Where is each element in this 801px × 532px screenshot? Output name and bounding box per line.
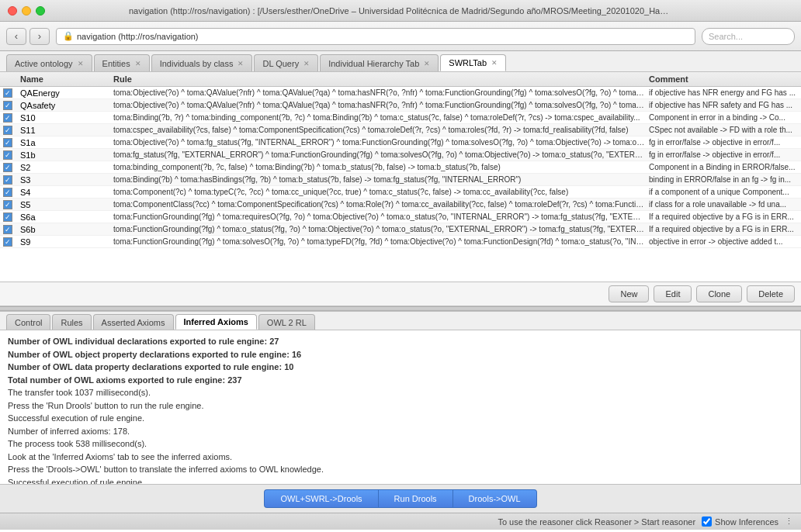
checkbox-1[interactable]: ✓ (3, 101, 12, 110)
row-checkbox-11[interactable]: ✓ (0, 224, 17, 234)
log-line: Number of OWL object property declaratio… (8, 348, 792, 361)
table-row[interactable]: ✓ S6b toma:FunctionGrounding(?fg) ^ toma… (0, 223, 801, 236)
row-name-10: S6a (17, 212, 110, 222)
tab-individual-hierarchy-close[interactable]: ✕ (424, 60, 430, 67)
tab-swrl-close[interactable]: ✕ (491, 59, 498, 67)
minimize-button[interactable] (22, 6, 31, 16)
btab-inferred[interactable]: Inferred Axioms (175, 314, 257, 330)
checkbox-6[interactable]: ✓ (3, 163, 12, 172)
settings-icon[interactable]: ⋮ (785, 516, 793, 527)
back-button[interactable]: ‹ (6, 28, 26, 45)
log-line: Number of inferred axioms: 178. (8, 425, 792, 438)
row-checkbox-6[interactable]: ✓ (0, 162, 17, 172)
row-name-4: S1a (17, 138, 110, 147)
row-comment-6: Component in a Binding in ERROR/false... (646, 163, 801, 171)
table-row[interactable]: ✓ QAEnergy toma:Objective(?o) ^ toma:QAV… (0, 87, 801, 99)
row-comment-3: CSpec not available -> FD with a role th… (646, 126, 801, 134)
checkbox-5[interactable]: ✓ (3, 150, 12, 160)
log-line: Total number of OWL axioms exported to r… (8, 374, 792, 387)
tab-individual-hierarchy[interactable]: Individual Hierarchy Tab ✕ (320, 54, 439, 71)
bottom-section: Control Rules Asserted Axioms Inferred A… (0, 311, 801, 513)
tab-individuals-label: Individuals by class (160, 59, 234, 68)
tab-individuals[interactable]: Individuals by class ✕ (151, 54, 253, 71)
table-row[interactable]: ✓ S11 toma:cspec_availability(?cs, false… (0, 124, 801, 136)
run-drools-button[interactable]: Run Drools (378, 489, 453, 508)
forward-button[interactable]: › (29, 28, 50, 45)
log-area: Number of OWL individual declarations ex… (0, 330, 801, 484)
checkbox-7[interactable]: ✓ (3, 175, 12, 185)
tab-individuals-close[interactable]: ✕ (238, 60, 244, 67)
table-row[interactable]: ✓ S1b toma:fg_status(?fg, "EXTERNAL_ERRO… (0, 149, 801, 161)
tab-dl-query-close[interactable]: ✕ (303, 60, 310, 67)
row-rule-12: toma:FunctionGrounding(?fg) ^ toma:solve… (110, 237, 646, 246)
checkbox-0[interactable]: ✓ (3, 88, 12, 98)
tab-swrl[interactable]: SWRLTab ✕ (440, 54, 506, 71)
row-checkbox-3[interactable]: ✓ (0, 125, 17, 135)
checkbox-11[interactable]: ✓ (3, 225, 12, 234)
search-box[interactable]: Search... (702, 28, 795, 45)
row-rule-0: toma:Objective(?o) ^ toma:QAValue(?nfr) … (110, 88, 646, 97)
table-header: Name Rule Comment (0, 72, 801, 87)
tab-active-ontology-close[interactable]: ✕ (78, 60, 84, 67)
row-checkbox-4[interactable]: ✓ (0, 137, 17, 147)
row-checkbox-0[interactable]: ✓ (0, 88, 17, 98)
table-row[interactable]: ✓ QAsafety toma:Objective(?o) ^ toma:QAV… (0, 99, 801, 112)
btab-asserted[interactable]: Asserted Axioms (93, 314, 174, 330)
clone-button[interactable]: Clone (696, 285, 742, 302)
row-rule-1: toma:Objective(?o) ^ toma:QAValue(?nfr) … (110, 101, 646, 109)
row-checkbox-5[interactable]: ✓ (0, 150, 17, 160)
table-row[interactable]: ✓ S5 toma:ComponentClass(?cc) ^ toma:Com… (0, 199, 801, 211)
checkbox-8[interactable]: ✓ (3, 188, 12, 197)
row-comment-5: fg in error/false -> objective in error/… (646, 150, 801, 159)
checkbox-10[interactable]: ✓ (3, 212, 12, 222)
row-checkbox-9[interactable]: ✓ (0, 199, 17, 209)
close-button[interactable] (8, 6, 17, 16)
tab-dl-query[interactable]: DL Query ✕ (254, 54, 318, 71)
btab-rules[interactable]: Rules (52, 314, 91, 330)
checkbox-2[interactable]: ✓ (3, 113, 12, 123)
checkbox-12[interactable]: ✓ (3, 237, 12, 247)
row-comment-8: if a component of a unique Component... (646, 188, 801, 196)
row-rule-11: toma:FunctionGrounding(?fg) ^ toma:o_sta… (110, 225, 646, 233)
row-name-11: S6b (17, 225, 110, 234)
table-row[interactable]: ✓ S10 toma:Binding(?b, ?r) ^ toma:bindin… (0, 112, 801, 124)
owl-swrl-drools-button[interactable]: OWL+SWRL->Drools (264, 489, 377, 508)
btab-control[interactable]: Control (6, 314, 50, 330)
tab-individual-hierarchy-label: Individual Hierarchy Tab (328, 59, 419, 68)
rules-area: Name Rule Comment ✓ QAEnergy toma:Object… (0, 72, 801, 282)
log-line: Number of OWL individual declarations ex… (8, 335, 792, 348)
row-checkbox-1[interactable]: ✓ (0, 100, 17, 110)
row-checkbox-2[interactable]: ✓ (0, 112, 17, 123)
address-bar[interactable]: 🔒 navigation (http://ros/navigation) (56, 28, 695, 45)
toolbar: ‹ › 🔒 navigation (http://ros/navigation)… (0, 22, 801, 51)
table-row[interactable]: ✓ S3 toma:Binding(?b) ^ toma:hasBindings… (0, 174, 801, 186)
checkbox-4[interactable]: ✓ (3, 138, 12, 147)
row-checkbox-7[interactable]: ✓ (0, 174, 17, 185)
log-line: Successful execution of rule engine. (8, 412, 792, 425)
row-rule-3: toma:cspec_availability(?cs, false) ^ to… (110, 126, 646, 134)
tab-active-ontology[interactable]: Active ontology ✕ (6, 54, 92, 71)
table-row[interactable]: ✓ S1a toma:Objective(?o) ^ toma:fg_statu… (0, 136, 801, 149)
table-row[interactable]: ✓ S6a toma:FunctionGrounding(?fg) ^ toma… (0, 211, 801, 223)
edit-button[interactable]: Edit (654, 285, 692, 302)
address-text: navigation (http://ros/navigation) (77, 32, 199, 41)
bottom-tabs-bar: Control Rules Asserted Axioms Inferred A… (0, 312, 801, 330)
row-checkbox-10[interactable]: ✓ (0, 212, 17, 222)
btab-owl2rl[interactable]: OWL 2 RL (258, 314, 315, 330)
table-row[interactable]: ✓ S9 toma:FunctionGrounding(?fg) ^ toma:… (0, 236, 801, 248)
checkbox-9[interactable]: ✓ (3, 200, 12, 209)
checkbox-3[interactable]: ✓ (3, 126, 12, 135)
table-row[interactable]: ✓ S2 toma:binding_component(?b, ?c, fals… (0, 161, 801, 174)
new-button[interactable]: New (609, 285, 649, 302)
delete-button[interactable]: Delete (747, 285, 795, 302)
lock-icon: 🔒 (63, 31, 74, 41)
tab-entities-close[interactable]: ✕ (135, 60, 141, 67)
row-checkbox-8[interactable]: ✓ (0, 187, 17, 197)
drools-owl-button[interactable]: Drools->OWL (453, 489, 537, 508)
table-row[interactable]: ✓ S4 toma:Component(?c) ^ toma:typeC(?c,… (0, 186, 801, 199)
row-name-8: S4 (17, 188, 110, 197)
tab-entities[interactable]: Entities ✕ (94, 54, 150, 71)
maximize-button[interactable] (36, 6, 45, 16)
row-checkbox-12[interactable]: ✓ (0, 237, 17, 247)
show-inferences-checkbox[interactable] (702, 516, 712, 527)
